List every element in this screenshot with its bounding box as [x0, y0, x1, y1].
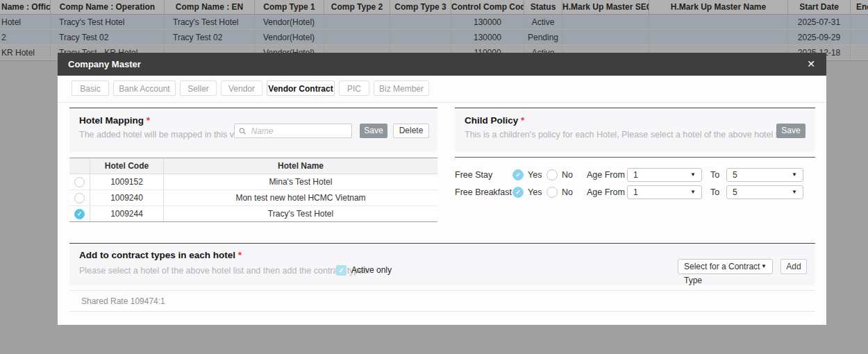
company-master-modal: Company Master ✕ Basic Bank Account Sell… [58, 53, 826, 325]
hotel-name-cell: Mon test new hotel HCMC Vietnam [164, 190, 437, 205]
contract-types-subtitle: Please select a hotel of the above hotel… [79, 266, 370, 276]
tab-vendor[interactable]: Vendor [221, 81, 262, 96]
tab-seller[interactable]: Seller [180, 81, 217, 96]
chevron-down-icon: ▼ [690, 169, 696, 181]
free-breakfast-age-to-select[interactable]: 5 ▼ [726, 185, 803, 199]
tab-pic[interactable]: PIC [339, 81, 369, 96]
modal-header: Company Master ✕ [58, 53, 826, 76]
hotel-code-cell: 1009240 [90, 190, 164, 205]
child-policy-divider [455, 157, 815, 158]
to-label: To [710, 185, 719, 199]
free-stay-row: Free Stay ✓ Yes No Age From 1 ▼ To 5 ▼ [455, 168, 815, 182]
free-breakfast-label: Free Breakfast [455, 185, 512, 199]
child-policy-panel: Child Policy * This is a children's poli… [455, 108, 815, 152]
free-stay-yes-label: Yes [528, 168, 542, 182]
hotel-name-header: Hotel Name [164, 158, 437, 174]
shared-rate-label: Shared Rate 109474:1 [81, 296, 165, 306]
child-policy-subtitle: This is a children's policy for each Hot… [465, 130, 805, 140]
select-value: 5 [733, 170, 737, 180]
select-value: Select for a Contract Type [684, 262, 760, 285]
hotel-mapping-title: Hotel Mapping * [79, 115, 150, 126]
hotel-search-box [234, 124, 352, 138]
free-stay-no-radio[interactable] [546, 169, 558, 180]
active-only-label: Active only [351, 264, 392, 276]
tab-basic[interactable]: Basic [72, 81, 109, 96]
hotel-name-cell: Tracy's Test Hotel [164, 206, 437, 221]
required-asterisk: * [238, 250, 242, 260]
free-stay-age-to-select[interactable]: 5 ▼ [726, 168, 803, 182]
contract-types-panel: Add to contract types in each hotel * Pl… [69, 243, 815, 285]
free-breakfast-yes-radio[interactable]: ✓ [512, 187, 524, 198]
shared-rate-row: Shared Rate 109474:1 [69, 290, 815, 312]
free-stay-label: Free Stay [455, 168, 492, 182]
chevron-down-icon: ▼ [690, 186, 696, 199]
hotel-mapping-table: Hotel Code Hotel Name ✓ 1009152 Mina's T… [69, 158, 437, 222]
active-only-checkbox[interactable]: ✓ [336, 265, 347, 276]
hotel-row[interactable]: ✓ 1009240 Mon test new hotel HCMC Vietna… [69, 190, 437, 206]
modal-tab-bar: Basic Bank Account Seller Vendor Vendor … [58, 76, 826, 103]
hotel-table-select-col [69, 158, 90, 174]
check-icon: ✓ [77, 211, 83, 217]
free-stay-yes-radio[interactable]: ✓ [512, 169, 524, 180]
tab-vendor-contract[interactable]: Vendor Contract [267, 81, 335, 96]
hotel-radio[interactable]: ✓ [74, 177, 85, 187]
hotel-radio-selected[interactable]: ✓ [74, 209, 85, 219]
hotel-code-cell: 1009244 [90, 206, 164, 221]
contract-types-title: Add to contract types in each hotel * [79, 250, 242, 260]
contract-type-add-button[interactable]: Add [781, 259, 807, 274]
hotel-mapping-title-text: Hotel Mapping [79, 115, 144, 126]
tab-biz-member[interactable]: Biz Member [374, 81, 429, 96]
check-icon: ✓ [515, 189, 521, 196]
required-asterisk: * [147, 115, 150, 126]
chevron-down-icon: ▼ [792, 169, 797, 181]
hotel-mapping-panel: Hotel Mapping * The added hotel will be … [69, 108, 437, 152]
free-stay-no-label: No [562, 168, 573, 182]
free-breakfast-yes-label: Yes [528, 185, 542, 199]
select-value: 5 [733, 187, 737, 197]
free-breakfast-age-from-select[interactable]: 1 ▼ [627, 185, 702, 199]
free-breakfast-no-label: No [562, 185, 573, 199]
free-stay-age-from-select[interactable]: 1 ▼ [627, 168, 702, 182]
child-policy-title: Child Policy * [465, 115, 524, 126]
age-from-label: Age From [587, 168, 625, 182]
free-breakfast-no-radio[interactable] [546, 187, 558, 198]
screen: Name : Official Comp Name : Operation Co… [0, 0, 868, 354]
hotel-mapping-subtitle: The added hotel will be mapped in this v… [79, 130, 256, 140]
check-icon: ✓ [515, 172, 521, 178]
to-label: To [710, 168, 719, 182]
select-value: 1 [633, 170, 638, 180]
contract-type-select[interactable]: Select for a Contract Type ▼ [678, 259, 773, 274]
child-policy-save-button[interactable]: Save [776, 124, 806, 138]
free-breakfast-row: Free Breakfast ✓ Yes No Age From 1 ▼ To … [455, 185, 815, 199]
close-icon[interactable]: ✕ [807, 58, 815, 69]
chevron-down-icon: ▼ [761, 260, 767, 273]
tab-bank-account[interactable]: Bank Account [113, 81, 176, 96]
hotel-code-cell: 1009152 [90, 174, 164, 189]
hotel-table-header: Hotel Code Hotel Name [69, 158, 437, 174]
age-from-label: Age From [587, 185, 625, 199]
contract-types-title-text: Add to contract types in each hotel [79, 250, 235, 260]
hotel-row[interactable]: ✓ 1009152 Mina's Test Hotel [69, 174, 437, 190]
hotel-radio[interactable]: ✓ [74, 193, 85, 203]
hotel-search-input[interactable] [250, 126, 348, 137]
hotel-name-cell: Mina's Test Hotel [164, 174, 437, 189]
hotel-code-header: Hotel Code [90, 158, 164, 174]
child-policy-title-text: Child Policy [465, 115, 518, 126]
chevron-down-icon: ▼ [792, 186, 797, 199]
required-asterisk: * [521, 115, 524, 126]
hotel-mapping-save-button[interactable]: Save [360, 124, 387, 138]
hotel-row[interactable]: ✓ 1009244 Tracy's Test Hotel [69, 206, 437, 221]
modal-title: Company Master [68, 53, 141, 76]
select-value: 1 [633, 187, 638, 197]
search-icon [239, 127, 247, 135]
hotel-mapping-delete-button[interactable]: Delete [393, 124, 429, 138]
